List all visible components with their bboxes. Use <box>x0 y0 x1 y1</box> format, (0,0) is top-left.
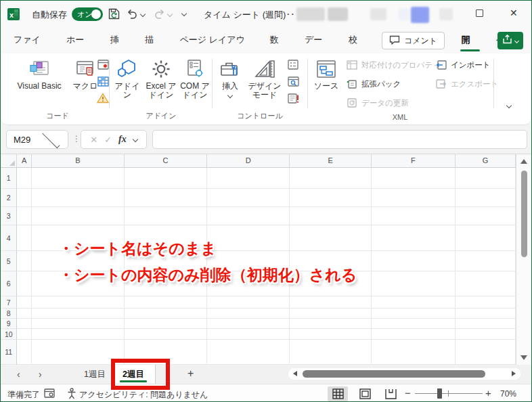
cell-A5[interactable] <box>17 251 32 271</box>
cell-E9[interactable] <box>290 319 371 329</box>
cell-D7[interactable] <box>207 296 290 309</box>
cell-B10[interactable] <box>32 329 125 340</box>
macros-button[interactable]: マクロ <box>71 58 99 91</box>
run-dialog-icon[interactable] <box>287 93 299 104</box>
visual-basic-button[interactable]: Visual Basic <box>7 58 71 91</box>
comments-button[interactable]: コメント <box>382 32 445 49</box>
cell-F7[interactable] <box>372 296 456 309</box>
cell-C2[interactable] <box>125 189 207 207</box>
row-header-1[interactable]: 1 <box>1 168 17 189</box>
row-header-4[interactable]: 4 <box>1 225 17 251</box>
xml-source-button[interactable]: ソース <box>311 58 342 91</box>
cell-D8[interactable] <box>207 309 290 319</box>
horizontal-scroll-thumb[interactable] <box>303 370 485 378</box>
cell-G7[interactable] <box>456 296 516 309</box>
cell-E10[interactable] <box>290 329 371 340</box>
vertical-scroll-thumb[interactable] <box>521 171 527 257</box>
column-header-A[interactable]: A <box>17 154 32 167</box>
accessibility-status[interactable]: アクセシビリティ: 問題ありません <box>79 389 208 401</box>
ribbon-tab-2[interactable]: 挿入 <box>102 28 136 53</box>
cell-G6[interactable] <box>456 271 516 296</box>
share-button[interactable] <box>497 32 523 49</box>
zoom-slider-track[interactable] <box>415 393 483 394</box>
record-macro-icon[interactable] <box>97 59 109 70</box>
cell-A2[interactable] <box>17 189 32 207</box>
name-box-dropdown-icon[interactable] <box>42 131 60 148</box>
cell-G8[interactable] <box>456 309 516 319</box>
cell-B8[interactable] <box>32 309 125 319</box>
enter-icon[interactable]: ✓ <box>104 135 112 145</box>
undo-button[interactable] <box>127 9 138 22</box>
cell-D3[interactable] <box>207 207 290 225</box>
select-all-corner[interactable] <box>1 154 17 167</box>
cancel-icon[interactable]: ✕ <box>90 135 97 145</box>
zoom-slider-thumb[interactable] <box>437 388 442 399</box>
row-header-9[interactable]: 9 <box>1 319 17 329</box>
sheet-tab-1週目[interactable]: 1週目 <box>79 365 112 384</box>
redo-dropdown-icon[interactable] <box>167 12 173 17</box>
ribbon-tab-3[interactable]: 描画 <box>136 28 171 53</box>
cell-G3[interactable] <box>456 207 516 225</box>
cell-F10[interactable] <box>372 329 456 340</box>
save-icon[interactable] <box>108 7 120 23</box>
add-sheet-button[interactable]: + <box>187 367 194 380</box>
grid[interactable]: 1234567891011 ・シート名はそのまま ・シートの内容のみ削除（初期化… <box>1 168 516 365</box>
maximize-button[interactable] <box>476 9 483 17</box>
cell-E1[interactable] <box>290 168 371 189</box>
row-header-8[interactable]: 8 <box>1 309 17 319</box>
cell-F2[interactable] <box>372 189 456 207</box>
formula-input[interactable] <box>152 130 527 149</box>
row-header-3[interactable]: 3 <box>1 207 17 225</box>
cell-B7[interactable] <box>32 296 125 309</box>
column-header-B[interactable]: B <box>32 154 125 167</box>
macro-record-icon[interactable] <box>44 388 55 400</box>
cell-A11[interactable] <box>17 340 32 365</box>
page-layout-view-button[interactable] <box>355 386 375 401</box>
cell-F4[interactable] <box>372 225 456 251</box>
sheet-nav-right-icon[interactable]: › <box>39 369 42 380</box>
cell-C7[interactable] <box>125 296 207 309</box>
ribbon-tab-1[interactable]: ホーム <box>58 28 102 53</box>
cell-A7[interactable] <box>17 296 32 309</box>
cell-F11[interactable] <box>372 340 456 365</box>
cell-D10[interactable] <box>207 329 290 340</box>
cell-E7[interactable] <box>290 296 371 309</box>
cell-F5[interactable] <box>372 251 456 271</box>
sheet-nav-left-icon[interactable]: ‹ <box>17 369 20 380</box>
row-header-7[interactable]: 7 <box>1 296 17 309</box>
cell-E8[interactable] <box>290 309 371 319</box>
autosave-toggle[interactable]: オン <box>72 7 103 21</box>
user-avatar[interactable] <box>411 7 429 23</box>
column-header-C[interactable]: C <box>125 154 207 167</box>
undo-dropdown-icon[interactable] <box>140 12 146 17</box>
row-header-6[interactable]: 6 <box>1 271 17 296</box>
cell-F3[interactable] <box>372 207 456 225</box>
cell-A1[interactable] <box>17 168 32 189</box>
design-mode-button[interactable]: デザイン モード <box>245 58 284 99</box>
scroll-down-icon[interactable] <box>520 355 527 360</box>
cell-B1[interactable] <box>32 168 125 189</box>
scroll-up-icon[interactable] <box>520 159 527 164</box>
cell-A10[interactable] <box>17 329 32 340</box>
cell-E3[interactable] <box>290 207 371 225</box>
cell-D11[interactable] <box>207 340 290 365</box>
fx-dropdown-icon[interactable] <box>132 137 137 142</box>
collapse-ribbon-icon[interactable] <box>506 103 512 108</box>
cell-F9[interactable] <box>372 319 456 329</box>
ribbon-tab-5[interactable]: 数式 <box>261 28 296 53</box>
cell-A3[interactable] <box>17 207 32 225</box>
cell-G2[interactable] <box>456 189 516 207</box>
relative-references-icon[interactable] <box>97 76 109 87</box>
cell-G4[interactable] <box>456 225 516 251</box>
cell-B2[interactable] <box>32 189 125 207</box>
properties-icon[interactable] <box>287 59 299 70</box>
insert-function-icon[interactable]: fx <box>118 134 127 145</box>
page-break-view-button[interactable] <box>380 386 401 401</box>
cell-G5[interactable] <box>456 251 516 271</box>
column-header-F[interactable]: F <box>372 154 456 167</box>
name-box[interactable]: M29 <box>6 130 68 149</box>
view-code-icon[interactable] <box>287 76 299 87</box>
cell-C8[interactable] <box>125 309 207 319</box>
cell-A8[interactable] <box>17 309 32 319</box>
zoom-in-button[interactable]: + <box>485 387 491 399</box>
